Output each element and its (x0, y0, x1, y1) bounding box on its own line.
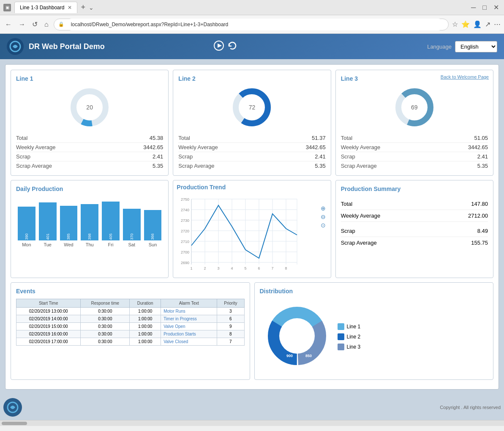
svg-point-43 (279, 318, 315, 354)
events-header-row: Start Time Response time Duration Alarm … (16, 299, 245, 308)
line1-panel: Line 1 20 Total 45.38 (11, 70, 169, 176)
browser-toolbar: ← → ↺ ⌂ 🔒 ☆ ⭐ 👤 ↗ ⋯ (0, 15, 504, 34)
profile-icon[interactable]: 👤 (473, 20, 482, 28)
trend-svg: 2750 2740 2730 2720 2710 2700 2690 1 2 3… (177, 195, 299, 273)
line2-gauge-value: 72 (249, 104, 256, 111)
bar-chart: 390 Mon 401 Tue 385 (16, 196, 163, 247)
zoom-out-icon[interactable]: ⊖ (321, 213, 326, 220)
svg-marker-2 (218, 44, 222, 48)
line2-donut: 72 (231, 86, 273, 128)
bar-sat-bar: 370 (123, 209, 141, 240)
mid-row: Daily Production 390 Mon 401 T (11, 180, 493, 278)
browser-frame: ▣ Line 1-3 Dashboard ✕ + ⌄ ─ □ ✕ ← → ↺ ⌂… (0, 0, 504, 431)
zoom-reset-icon[interactable]: ⊙ (321, 222, 326, 229)
cell-alarm: Valve Open (161, 323, 217, 330)
summary-scrap-row: Scrap 8.49 (341, 225, 488, 237)
home-btn[interactable]: ⌂ (43, 19, 50, 30)
legend-line1-color (338, 323, 344, 330)
app-header: DR Web Portal Demo Language English (0, 34, 504, 59)
line1-scrapavg-row: Scrap Average 5.35 (16, 161, 163, 170)
line1-total-row: Total 45.38 (16, 134, 163, 143)
app-logo (7, 38, 24, 55)
legend-line1: Line 1 (338, 323, 361, 330)
svg-text:2720: 2720 (181, 229, 189, 233)
cell-response: 0:30:00 (81, 323, 130, 330)
cell-priority: 8 (217, 330, 244, 338)
tab-close-btn[interactable]: ✕ (68, 5, 72, 11)
extensions-icon[interactable]: ⭐ (461, 20, 470, 28)
events-panel: Events Start Time Response time Duration… (11, 282, 250, 380)
cell-duration: 1:00:00 (130, 323, 161, 330)
line3-donut: 69 (393, 86, 436, 128)
bookmark-icon[interactable]: ☆ (452, 20, 458, 28)
col-priority: Priority (217, 299, 244, 308)
cell-priority: 6 (217, 315, 244, 323)
cell-priority: 9 (217, 323, 244, 330)
production-trend-title: Production Trend (177, 184, 327, 191)
cell-duration: 1:00:00 (130, 338, 161, 346)
line1-donut: 20 (68, 86, 111, 128)
tab-menu-btn[interactable]: ⌄ (89, 4, 94, 11)
legend-line1-label: Line 1 (347, 324, 361, 330)
cell-alarm: Production Starts (161, 330, 217, 338)
app-title: DR Web Portal Demo (29, 42, 209, 51)
cell-alarm: Motor Runs (161, 308, 217, 315)
address-bar[interactable] (66, 19, 444, 30)
bot-row: Events Start Time Response time Duration… (11, 282, 493, 380)
zoom-in-icon[interactable]: ⊕ (321, 205, 326, 212)
line2-panel: Line 2 72 Total 51.37 (173, 70, 331, 176)
line3-total-row: Total 51.05 (341, 134, 488, 143)
scrollbar-thumb[interactable] (2, 422, 27, 425)
svg-text:2730: 2730 (181, 218, 189, 223)
cell-priority: 7 (217, 338, 244, 346)
line1-scrap-row: Scrap 2.41 (16, 152, 163, 161)
back-to-welcome-link[interactable]: Back to Welcome Page (441, 74, 489, 79)
col-response-time: Response time (81, 299, 130, 308)
table-row: 02/20/2019 17:00:00 0:30:00 1:00:00 Valv… (16, 338, 245, 346)
footer: Copyright . All rights reserved (0, 395, 504, 420)
play-btn[interactable] (214, 41, 224, 53)
language-select[interactable]: English (455, 41, 497, 52)
cell-alarm: Timer in Progress (161, 315, 217, 323)
forward-btn[interactable]: → (17, 19, 27, 30)
daily-production-title: Daily Production (16, 185, 163, 192)
bar-thu-bar: 398 (81, 204, 98, 240)
bar-sun: 366 Sun (144, 210, 162, 247)
maximize-btn[interactable]: □ (482, 4, 487, 11)
production-trend-panel: Production Trend (173, 180, 331, 278)
browser-icon: ▣ (3, 4, 11, 11)
new-tab-btn[interactable]: + (81, 3, 85, 12)
distribution-title: Distribution (260, 288, 488, 295)
table-row: 02/20/2019 15:00:00 0:30:00 1:00:00 Valv… (16, 323, 245, 330)
line2-donut-container: 72 (178, 86, 325, 128)
close-btn[interactable]: ✕ (493, 3, 499, 11)
horizontal-scrollbar[interactable] (0, 420, 504, 426)
share-icon[interactable]: ↗ (485, 20, 490, 28)
menu-icon[interactable]: ⋯ (494, 20, 501, 28)
ssl-icon: 🔒 (58, 22, 64, 27)
svg-text:4: 4 (231, 266, 233, 270)
distribution-legend: Line 1 Line 2 Line 3 (338, 323, 361, 350)
cell-response: 0:30:00 (81, 308, 130, 315)
back-btn[interactable]: ← (3, 19, 14, 30)
col-start-time: Start Time (16, 299, 81, 308)
bar-tue: 401 Tue (39, 202, 57, 247)
line1-weekly-row: Weekly Average 3442.65 (16, 143, 163, 152)
refresh-btn[interactable]: ↺ (30, 19, 39, 30)
browser-tab[interactable]: Line 1-3 Dashboard ✕ (14, 2, 77, 13)
dashboard-wrapper: Line 1 20 Total 45.38 (5, 64, 499, 390)
line2-total-row: Total 51.37 (178, 134, 325, 143)
production-summary-title: Production Summary (341, 185, 488, 192)
cell-response: 0:30:00 (81, 330, 130, 338)
table-row: 02/20/2019 13:00:00 0:30:00 1:00:00 Moto… (16, 308, 245, 315)
minimize-btn[interactable]: ─ (471, 4, 476, 11)
refresh-app-btn[interactable] (227, 41, 237, 53)
line2-weekly-row: Weekly Average 3442.65 (178, 143, 325, 152)
footer-logo (3, 398, 22, 417)
cell-duration: 1:00:00 (130, 330, 161, 338)
trend-chart-container: 2750 2740 2730 2720 2710 2700 2690 1 2 3… (177, 195, 327, 274)
bar-sun-bar: 366 (144, 210, 162, 240)
cell-priority: 3 (217, 308, 244, 315)
svg-text:2750: 2750 (181, 197, 189, 202)
cell-start: 02/20/2019 13:00:00 (16, 308, 81, 315)
